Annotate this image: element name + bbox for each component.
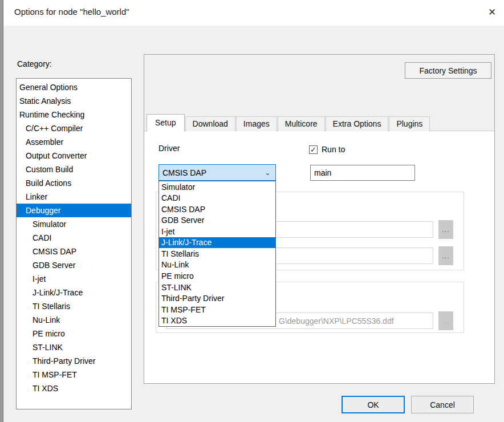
tab-setup[interactable]: Setup: [147, 114, 185, 131]
category-item-build-actions[interactable]: Build Actions: [17, 176, 131, 190]
category-item-custom-build[interactable]: Custom Build: [17, 163, 131, 176]
tab-multicore[interactable]: Multicore: [278, 116, 325, 131]
ok-button[interactable]: OK: [342, 396, 405, 413]
dialog-title: Options for node "hello_world": [14, 7, 129, 17]
category-item-ti-stellaris[interactable]: TI Stellaris: [17, 299, 131, 313]
browse-button-1[interactable]: ...: [438, 220, 453, 239]
driver-option-simulator[interactable]: Simulator: [159, 181, 275, 193]
category-item-st-link[interactable]: ST-LINK: [17, 340, 131, 354]
driver-combobox[interactable]: CMSIS DAP ⌄: [158, 164, 276, 181]
titlebar: Options for node "hello_world" ✕: [3, 0, 504, 26]
run-to-row: ✓ Run to: [309, 145, 345, 154]
category-item-simulator[interactable]: Simulator: [17, 217, 131, 231]
category-item-debugger[interactable]: Debugger: [17, 204, 131, 217]
driver-option-gdb-server[interactable]: GDB Server: [159, 215, 275, 226]
window-left-edge: [0, 0, 3, 422]
driver-option-ti-stellaris[interactable]: TI Stellaris: [159, 248, 275, 259]
driver-dropdown-list: Simulator CADI CMSIS DAP GDB Server I-je…: [158, 181, 276, 327]
category-item-cadi[interactable]: CADI: [17, 231, 131, 245]
driver-combobox-value: CMSIS DAP: [159, 168, 265, 177]
cancel-button[interactable]: Cancel: [411, 396, 474, 413]
category-item-nu-link[interactable]: Nu-Link: [17, 313, 131, 327]
driver-option-third-party-driver[interactable]: Third-Party Driver: [159, 293, 275, 304]
category-item-linker[interactable]: Linker: [17, 190, 131, 204]
category-item-output-converter[interactable]: Output Converter: [17, 149, 131, 163]
category-item-gdb-server[interactable]: GDB Server: [17, 258, 131, 272]
tab-extra-options[interactable]: Extra Options: [326, 116, 389, 131]
options-dialog: Options for node "hello_world" ✕ Categor…: [0, 0, 504, 422]
driver-label: Driver: [158, 144, 180, 153]
category-item-j-link-j-trace[interactable]: J-Link/J-Trace: [17, 286, 131, 299]
close-icon[interactable]: ✕: [486, 6, 498, 18]
category-item-ti-msp-fet[interactable]: TI MSP-FET: [17, 368, 131, 382]
category-item-runtime-checking[interactable]: Runtime Checking: [17, 108, 131, 121]
tab-strip: Setup Download Images Multicore Extra Op…: [147, 114, 430, 131]
driver-option-ti-xds[interactable]: TI XDS: [159, 315, 275, 326]
driver-option-cadi[interactable]: CADI: [159, 193, 275, 204]
chevron-down-icon: ⌄: [265, 168, 275, 177]
category-item-assembler[interactable]: Assembler: [17, 135, 131, 149]
browse-button-3[interactable]: ...: [438, 311, 453, 330]
options-panel: Factory Settings Setup Download Images M…: [144, 54, 495, 384]
run-to-checkbox[interactable]: ✓: [309, 145, 318, 154]
driver-option-nu-link[interactable]: Nu-Link: [159, 259, 275, 271]
driver-option-j-link-j-trace[interactable]: J-Link/J-Trace: [159, 237, 275, 249]
tab-images[interactable]: Images: [236, 116, 277, 131]
category-item-general-options[interactable]: General Options: [17, 80, 131, 94]
check-icon: ✓: [310, 145, 316, 154]
driver-option-pe-micro[interactable]: PE micro: [159, 270, 275, 282]
category-item-cmsis-dap[interactable]: CMSIS DAP: [17, 245, 131, 258]
category-item-pe-micro[interactable]: PE micro: [17, 327, 131, 340]
driver-option-cmsis-dap[interactable]: CMSIS DAP: [159, 204, 275, 215]
category-listbox[interactable]: General Options Static Analysis Runtime …: [16, 78, 132, 409]
category-item-c-cpp-compiler[interactable]: C/C++ Compiler: [17, 121, 131, 135]
device-description-file-value: G\debugger\NXP\LPC55S36.ddf: [279, 316, 394, 326]
driver-option-i-jet[interactable]: I-jet: [159, 226, 275, 237]
category-label: Category:: [17, 59, 52, 68]
tab-download[interactable]: Download: [185, 116, 235, 131]
driver-option-st-link[interactable]: ST-LINK: [159, 282, 275, 293]
factory-settings-button[interactable]: Factory Settings: [405, 62, 491, 79]
category-item-i-jet[interactable]: I-jet: [17, 272, 131, 286]
category-item-third-party-driver[interactable]: Third-Party Driver: [17, 354, 131, 368]
driver-option-ti-msp-fet[interactable]: TI MSP-FET: [159, 304, 275, 315]
tab-plugins[interactable]: Plugins: [389, 116, 430, 131]
category-item-static-analysis[interactable]: Static Analysis: [17, 94, 131, 108]
run-to-label: Run to: [322, 145, 345, 154]
browse-button-2[interactable]: ...: [438, 246, 453, 265]
category-item-ti-xds[interactable]: TI XDS: [17, 382, 131, 395]
run-to-input[interactable]: [310, 165, 415, 181]
